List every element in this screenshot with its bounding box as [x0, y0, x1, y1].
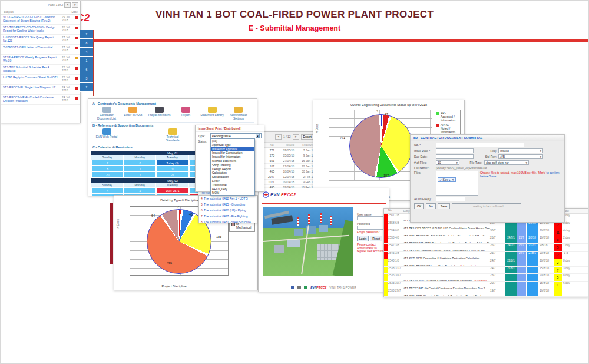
register-date-received: 7 Jan 18 [294, 148, 315, 152]
save-button[interactable]: Save [438, 203, 450, 209]
subject-line1: VT1-GEN-PECC2-ST Issue Date Reminder [403, 265, 457, 266]
document-date: 28 Jul 2018 [62, 26, 74, 32]
dropdown-option[interactable]: Design Report [211, 167, 254, 171]
document-link[interactable]: VT1P-4-PECC2 Weekly Progress Report Wk 3… [3, 56, 61, 63]
dashboard-app-icon-item[interactable]: Document Library [199, 107, 225, 120]
chimney-stack [308, 214, 310, 224]
register-prev-button[interactable]: < [275, 134, 282, 140]
row-date: 20/8/18 [538, 252, 554, 259]
app-icon [208, 107, 217, 113]
status-row: 2533 30/7 VT1-PECC2-ME Air Cooled Conden… [384, 282, 588, 289]
status-row: 2545 3/8 VT1-SGD-0123 Grounding & Lightn… [384, 252, 588, 259]
pie-label: 465 [167, 261, 172, 264]
dropdown-option[interactable]: RFI / Query [211, 187, 254, 191]
actual-cell [527, 282, 538, 289]
logo-evn-text: EVN [270, 193, 280, 197]
legend-item: APRC - Noted / Information [436, 123, 458, 134]
document-link[interactable]: VT1-PECC2-ME Air Cooled Condenser Erecti… [3, 96, 61, 103]
document-link[interactable]: T-0795/VT1-GEN Letter of Transmittal [3, 46, 61, 53]
dropdown-option[interactable]: Issued for Construction [211, 151, 254, 155]
submittal-link[interactable]: The submittal 0427 - Fire Fighting [204, 214, 255, 218]
dashboard-app-icon-item[interactable]: EVN Web Portal [94, 128, 120, 142]
submittal-link[interactable]: The submittal 0420 (U2) - Piping [204, 209, 255, 212]
document-link[interactable]: VT1-PECC2-EL Single Line Diagram U2 [3, 86, 61, 93]
type-filter-dialog: Issue Sign / Print / Distributed ! Type:… [195, 125, 264, 192]
status-flag-icon [75, 47, 78, 49]
dropdown-option[interactable]: Transmittal [211, 183, 254, 187]
no-button[interactable]: No [426, 203, 435, 209]
submittal-link[interactable]: The submittal 0431 - Steel Structure [204, 220, 255, 224]
req-select[interactable]: Issued▾ [498, 148, 543, 153]
prev-page-button[interactable]: < [64, 2, 71, 8]
document-link[interactable]: VT1-TB2-PECC2-CD-DS-0268 - Design Report… [3, 26, 61, 33]
document-link[interactable]: L-1795 Reply to Comment Sheet No.0571 [3, 76, 61, 83]
register-date-issued: 12/04/18 [274, 175, 294, 178]
dropdown-option[interactable]: (All) [211, 139, 254, 143]
no-input[interactable] [436, 143, 524, 147]
document-row: VT1-TB2-PECC2-CD-DS-0268 - Design Report… [1, 25, 80, 35]
file-type-select[interactable]: doc; pdf; dwg; rar▾ [484, 160, 529, 165]
num-files-label: # of Files: [414, 161, 434, 164]
cert-icon [297, 286, 301, 289]
document-rows: VT1-GEN-PECC2-ST-LT-0571 - Method Statem… [1, 15, 80, 105]
num-files-select[interactable]: 10▾ [436, 160, 459, 165]
chevron-down-icon: ▾ [540, 155, 541, 158]
document-link[interactable]: L-1808/VT1-PECC2 Site Query Report No.12… [3, 36, 61, 43]
calendar-day-header: Sunday [91, 155, 124, 160]
dropdown-option[interactable]: Letter [211, 179, 254, 183]
std-rev-select[interactable]: A/B▾ [498, 154, 543, 159]
document-link[interactable]: VT1-GEN-PECC2-ST-LT-0571 - Method Statem… [3, 16, 61, 23]
issue-date-input[interactable] [436, 148, 474, 153]
col-no: No. [388, 209, 403, 212]
forgot-password-link[interactable]: Forgot password? [357, 231, 386, 234]
next-page-button[interactable]: > [72, 2, 78, 8]
forecast-cell: 25/7 [517, 236, 527, 243]
row-date: 16/8/18 [538, 289, 554, 296]
reset-button[interactable]: Reset [370, 236, 382, 241]
due-date-input[interactable] [436, 154, 474, 159]
attn-input[interactable] [436, 197, 465, 201]
register-export-button[interactable]: Export [301, 134, 314, 140]
document-link[interactable]: VT1-TB2 Submittal Schedule Rev.4 (update… [3, 66, 61, 73]
dashboard-app-icon-item[interactable]: Administrator Settings [226, 107, 252, 120]
forecast-cell: 25/7 [517, 244, 527, 251]
login-button[interactable]: Login [357, 236, 369, 241]
dropdown-option[interactable]: Method Statement [211, 159, 254, 163]
dashboard-app-icon-item[interactable]: Project Members [147, 107, 173, 120]
row-date: 10/8/18 [538, 229, 554, 236]
username-input[interactable] [357, 216, 385, 220]
document-list: Page 1 of 2 < > Subject Date VT1-GEN-PEC… [1, 1, 81, 123]
dropdown-option[interactable]: Shop Drawing [211, 163, 254, 167]
ok-button[interactable]: OK [414, 203, 424, 209]
calendar-cell: Due: 0571 [156, 187, 188, 193]
dropdown-option[interactable]: Approval Type [211, 143, 254, 147]
calendar-cell: 9 [156, 166, 188, 171]
legend-label: APRC - Noted / Information [441, 123, 458, 134]
row-note: 4 day [562, 229, 588, 236]
dropdown-option[interactable]: Issued for Approval [211, 147, 254, 151]
files-listbox[interactable]: ✓ Size ▸ ✕ [436, 171, 478, 196]
register-next-button[interactable]: > [293, 134, 299, 140]
calendar-cell: 21 [156, 171, 188, 177]
dashboard-app-icon-item[interactable]: Contractor Document List [94, 107, 120, 120]
due-date-label: Due Date: [414, 155, 434, 158]
dropdown-option[interactable]: Specification [211, 175, 254, 179]
row-note: 2 day [562, 236, 588, 243]
type-dropdown-list: (All) Approval Type Issued for Approval … [210, 138, 255, 196]
document-row: L-1808/VT1-PECC2 Site Query Report No.12… [1, 35, 80, 45]
dashboard-app-icon-item[interactable]: Technical Standards [160, 128, 186, 142]
submittal-link[interactable]: The submittal 0415 - Grounding [204, 203, 255, 206]
submittal-link[interactable]: The submittal 0412 Rev.1 - LOT 5 [204, 197, 255, 200]
actual-cell [527, 267, 538, 274]
status-flag-icon [75, 87, 78, 90]
file-chip[interactable]: ✓ Size ▸ ✕ [438, 177, 456, 182]
dashboard-app-icon-item[interactable]: Letter In / Out [120, 107, 146, 120]
dropdown-option[interactable]: Calculation [211, 171, 254, 175]
password-input[interactable] [357, 226, 385, 230]
dropdown-option[interactable]: Issued for Information [211, 155, 254, 159]
type-combobox[interactable]: Pending/Issue ▾ [210, 133, 262, 138]
dashboard-app-icon-item[interactable]: Report [173, 107, 198, 120]
register-date-received: 9 Jan 18 [294, 154, 315, 157]
dropdown-option[interactable]: MOM [211, 191, 254, 195]
row-no-date: 2540 1/8 [388, 259, 403, 266]
